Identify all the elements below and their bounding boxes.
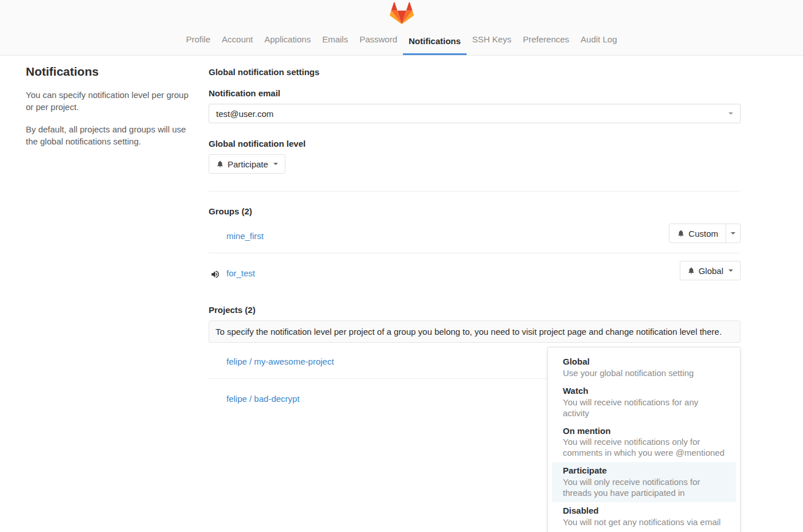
page-body: Notifications You can specify notificati… <box>0 56 803 416</box>
projects-title: Projects (2) <box>209 305 741 315</box>
groups-title: Groups (2) <box>209 206 741 216</box>
dropdown-item-description: You will receive notifications only for … <box>563 436 725 458</box>
bell-icon <box>677 229 685 237</box>
dropdown-item-participate[interactable]: Participate You will only receive notifi… <box>552 462 736 502</box>
group-level-split-button: Custom <box>669 224 741 243</box>
section-divider <box>209 191 741 191</box>
settings-nav-tabs: Profile Account Applications Emails Pass… <box>181 25 623 55</box>
global-level-button[interactable]: Participate <box>209 154 285 174</box>
dropdown-item-global[interactable]: Global Use your global notification sett… <box>552 353 736 382</box>
dropdown-item-description: You will receive notifications for any a… <box>563 397 725 418</box>
chevron-down-icon <box>728 112 733 115</box>
dropdown-item-disabled[interactable]: Disabled You will not get any notificati… <box>552 502 736 531</box>
sidebar-description-2: By default, all projects and groups will… <box>26 123 198 148</box>
chevron-down-icon <box>273 163 278 165</box>
dropdown-item-title: Watch <box>563 386 725 397</box>
group-level-button[interactable]: Global <box>680 261 741 280</box>
dropdown-item-watch[interactable]: Watch You will receive notifications for… <box>552 382 736 423</box>
dropdown-item-on-mention[interactable]: On mention You will receive notification… <box>552 423 736 463</box>
tab-applications[interactable]: Applications <box>258 29 316 55</box>
notifications-sidebar: Notifications You can specify notificati… <box>26 62 198 416</box>
notification-email-value: test@user.com <box>216 109 273 119</box>
chevron-down-icon <box>728 269 733 272</box>
tab-profile[interactable]: Profile <box>181 29 217 55</box>
group-link-mine-first[interactable]: mine_first <box>226 231 264 241</box>
profile-settings-header: Profile Account Applications Emails Pass… <box>0 0 803 56</box>
group-link-for-test[interactable]: for_test <box>226 268 255 278</box>
group-level-caret-button[interactable] <box>726 224 740 242</box>
tab-audit-log[interactable]: Audit Log <box>575 29 622 55</box>
tab-emails[interactable]: Emails <box>316 29 354 55</box>
group-row: for_test Global <box>209 253 741 290</box>
notification-email-label: Notification email <box>209 88 741 98</box>
dropdown-item-title: Disabled <box>563 506 725 517</box>
tab-preferences[interactable]: Preferences <box>517 29 575 55</box>
tab-notifications[interactable]: Notifications <box>403 30 467 55</box>
gitlab-logo <box>390 0 414 25</box>
group-row: mine_first Custom <box>209 216 741 253</box>
dropdown-item-title: On mention <box>563 426 725 437</box>
group-level-value: Custom <box>688 229 718 238</box>
tab-account[interactable]: Account <box>216 29 258 55</box>
projects-note: To specify the notification level per pr… <box>209 320 741 343</box>
notification-level-dropdown: Global Use your global notification sett… <box>547 347 741 532</box>
sidebar-description-1: You can specify notification level per g… <box>26 89 198 114</box>
group-level-value: Global <box>699 266 723 276</box>
tab-ssh-keys[interactable]: SSH Keys <box>467 29 517 55</box>
global-level-value: Participate <box>228 159 268 169</box>
bell-icon <box>216 160 224 168</box>
project-link-my-awesome-project[interactable]: felipe / my-awesome-project <box>226 357 334 366</box>
bell-icon <box>687 267 695 275</box>
dropdown-item-description: You will only receive notifications for … <box>563 476 725 498</box>
volume-up-icon <box>210 269 220 279</box>
page-title: Notifications <box>26 65 198 79</box>
dropdown-item-title: Participate <box>563 466 725 476</box>
gitlab-tanuki-icon <box>390 2 414 25</box>
dropdown-item-description: Use your global notification setting <box>563 367 725 378</box>
global-settings-title: Global notification settings <box>209 67 741 77</box>
group-level-button[interactable]: Custom <box>669 224 726 242</box>
global-level-label: Global notification level <box>209 139 741 148</box>
dropdown-item-description: You will not get any notifications via e… <box>563 517 725 527</box>
chevron-down-icon <box>731 232 735 234</box>
dropdown-item-title: Global <box>563 357 725 367</box>
tab-password[interactable]: Password <box>354 29 403 55</box>
project-link-bad-decrypt[interactable]: felipe / bad-decrypt <box>226 394 300 404</box>
notification-email-select[interactable]: test@user.com <box>209 104 741 123</box>
notifications-main: Global notification settings Notificatio… <box>209 62 741 416</box>
